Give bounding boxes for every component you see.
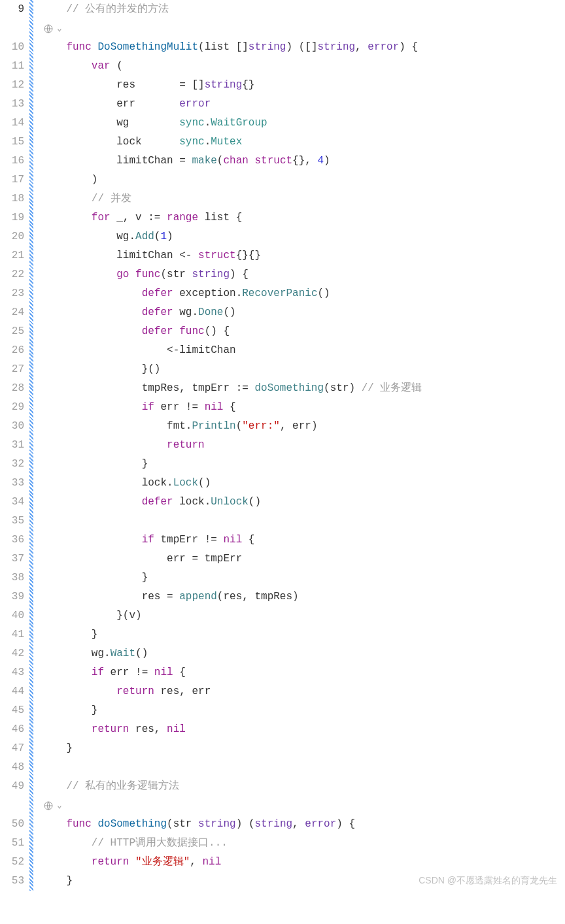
- line-number[interactable]: 50: [0, 815, 24, 834]
- line-number[interactable]: 14: [0, 114, 24, 133]
- code-line[interactable]: // 私有的业务逻辑方法: [41, 777, 565, 796]
- code-line[interactable]: wg sync.WaitGroup: [41, 114, 565, 133]
- chevron-down-icon[interactable]: ⌄: [57, 19, 62, 38]
- line-number[interactable]: 51: [0, 834, 24, 853]
- line-number[interactable]: 37: [0, 550, 24, 569]
- code-line[interactable]: ): [41, 171, 565, 190]
- code-line[interactable]: return res, err: [41, 682, 565, 701]
- code-line[interactable]: }(): [41, 360, 565, 379]
- line-number[interactable]: 31: [0, 436, 24, 455]
- line-number[interactable]: 53: [0, 872, 24, 891]
- code-line[interactable]: <-limitChan: [41, 341, 565, 360]
- line-number[interactable]: 43: [0, 663, 24, 682]
- code-token: defer: [142, 288, 173, 299]
- line-number[interactable]: 30: [0, 417, 24, 436]
- line-number[interactable]: 45: [0, 701, 24, 720]
- line-number[interactable]: 41: [0, 625, 24, 644]
- line-number[interactable]: 21: [0, 246, 24, 265]
- line-number[interactable]: 49: [0, 777, 24, 796]
- code-lens-annotation[interactable]: ⌄: [41, 19, 565, 38]
- code-line[interactable]: limitChan <- struct{}{}: [41, 246, 565, 265]
- line-number[interactable]: 52: [0, 853, 24, 872]
- code-line[interactable]: return: [41, 436, 565, 455]
- code-token: res =: [41, 591, 179, 602]
- line-number[interactable]: 12: [0, 76, 24, 95]
- ai-hint-icon[interactable]: [43, 800, 54, 812]
- code-line[interactable]: }: [41, 739, 565, 758]
- line-number[interactable]: 11: [0, 57, 24, 76]
- line-number[interactable]: 26: [0, 341, 24, 360]
- code-line[interactable]: if err != nil {: [41, 398, 565, 417]
- code-line[interactable]: func DoSomethingMulit(list []string) ([]…: [41, 38, 565, 57]
- code-line[interactable]: return "业务逻辑", nil: [41, 853, 565, 872]
- code-line[interactable]: tmpRes, tmpErr := doSomething(str) // 业务…: [41, 379, 565, 398]
- code-line[interactable]: }(v): [41, 606, 565, 625]
- line-number[interactable]: 36: [0, 531, 24, 550]
- code-line[interactable]: err = tmpErr: [41, 550, 565, 569]
- code-line[interactable]: [41, 758, 565, 777]
- code-line[interactable]: err error: [41, 95, 565, 114]
- code-line[interactable]: }: [41, 625, 565, 644]
- line-number[interactable]: 38: [0, 569, 24, 587]
- line-number[interactable]: 13: [0, 95, 24, 114]
- code-line[interactable]: // HTTP调用大数据接口...: [41, 834, 565, 853]
- code-line[interactable]: [41, 512, 565, 531]
- code-line[interactable]: }: [41, 701, 565, 720]
- line-number[interactable]: 33: [0, 474, 24, 493]
- ai-hint-icon[interactable]: [43, 23, 54, 35]
- line-number[interactable]: 48: [0, 758, 24, 777]
- code-line[interactable]: wg.Add(1): [41, 227, 565, 246]
- line-number[interactable]: 25: [0, 322, 24, 341]
- code-line[interactable]: res = append(res, tmpRes): [41, 587, 565, 606]
- code-lens-annotation[interactable]: ⌄: [41, 796, 565, 815]
- code-line[interactable]: // 并发: [41, 190, 565, 208]
- line-number[interactable]: 34: [0, 493, 24, 512]
- code-line[interactable]: defer func() {: [41, 322, 565, 341]
- code-area[interactable]: // 公有的并发的方法⌄ func DoSomethingMulit(list …: [41, 0, 565, 891]
- line-number[interactable]: 15: [0, 133, 24, 152]
- code-line[interactable]: defer wg.Done(): [41, 303, 565, 322]
- line-number[interactable]: 16: [0, 152, 24, 171]
- code-line[interactable]: if tmpErr != nil {: [41, 531, 565, 550]
- line-number[interactable]: 35: [0, 512, 24, 531]
- line-number[interactable]: 20: [0, 227, 24, 246]
- line-number[interactable]: 40: [0, 606, 24, 625]
- line-number[interactable]: 23: [0, 284, 24, 303]
- line-number[interactable]: 46: [0, 720, 24, 739]
- line-number[interactable]: 18: [0, 190, 24, 208]
- line-number[interactable]: 32: [0, 455, 24, 474]
- line-number[interactable]: 42: [0, 644, 24, 663]
- code-line[interactable]: func doSomething(str string) (string, er…: [41, 815, 565, 834]
- code-line[interactable]: limitChan = make(chan struct{}, 4): [41, 152, 565, 171]
- line-number[interactable]: 28: [0, 379, 24, 398]
- code-line[interactable]: // 公有的并发的方法: [41, 0, 565, 19]
- line-number[interactable]: 22: [0, 265, 24, 284]
- code-line[interactable]: res = []string{}: [41, 76, 565, 95]
- chevron-down-icon[interactable]: ⌄: [57, 796, 62, 815]
- code-line[interactable]: wg.Wait(): [41, 644, 565, 663]
- code-line[interactable]: var (: [41, 57, 565, 76]
- code-line[interactable]: }: [41, 455, 565, 474]
- code-token: defer: [142, 325, 173, 337]
- code-line[interactable]: defer lock.Unlock(): [41, 493, 565, 512]
- line-number[interactable]: 9: [0, 0, 24, 19]
- line-number[interactable]: 39: [0, 587, 24, 606]
- code-editor[interactable]: 9101112131415161718192021222324252627282…: [0, 0, 565, 891]
- code-line[interactable]: for _, v := range list {: [41, 208, 565, 227]
- line-number[interactable]: 44: [0, 682, 24, 701]
- code-line[interactable]: go func(str string) {: [41, 265, 565, 284]
- line-number[interactable]: 17: [0, 171, 24, 190]
- line-number[interactable]: 19: [0, 208, 24, 227]
- line-number[interactable]: 27: [0, 360, 24, 379]
- line-number[interactable]: 10: [0, 38, 24, 57]
- code-line[interactable]: if err != nil {: [41, 663, 565, 682]
- line-number[interactable]: 29: [0, 398, 24, 417]
- code-line[interactable]: defer exception.RecoverPanic(): [41, 284, 565, 303]
- line-number[interactable]: 47: [0, 739, 24, 758]
- code-line[interactable]: fmt.Println("err:", err): [41, 417, 565, 436]
- code-line[interactable]: return res, nil: [41, 720, 565, 739]
- code-line[interactable]: }: [41, 569, 565, 587]
- code-line[interactable]: lock.Lock(): [41, 474, 565, 493]
- code-line[interactable]: lock sync.Mutex: [41, 133, 565, 152]
- line-number[interactable]: 24: [0, 303, 24, 322]
